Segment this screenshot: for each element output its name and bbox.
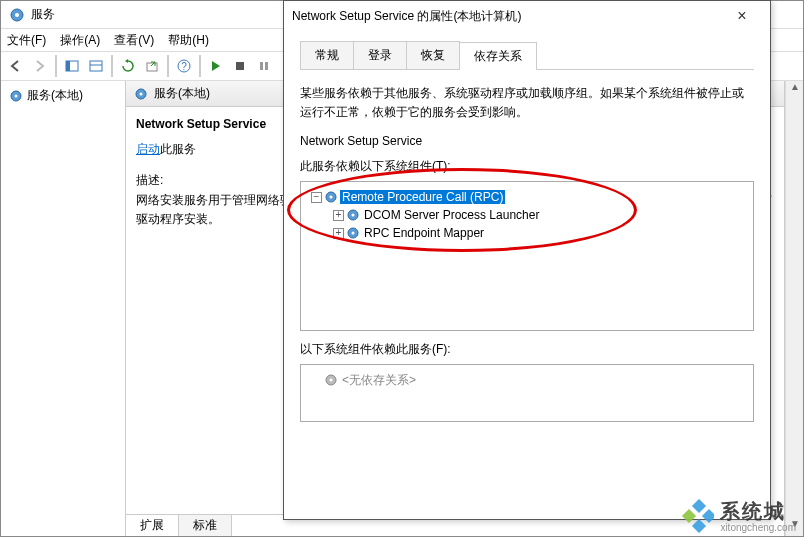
depended-by-section: 以下系统组件依赖此服务(F): <无依存关系> — [300, 341, 754, 422]
service-name-label: Network Setup Service — [300, 134, 754, 148]
properties-dialog: Network Setup Service 的属性(本地计算机) × 常规 登录… — [283, 0, 771, 520]
dialog-body: 常规 登录 恢复 依存关系 某些服务依赖于其他服务、系统驱动程序或加载顺序组。如… — [284, 31, 770, 519]
expand-icon[interactable]: + — [333, 210, 344, 221]
start-service-button[interactable] — [205, 55, 227, 77]
watermark-logo-icon — [680, 499, 714, 533]
svg-rect-27 — [682, 509, 696, 523]
svg-point-1 — [15, 13, 19, 17]
dialog-titlebar: Network Setup Service 的属性(本地计算机) × — [284, 1, 770, 31]
details-button[interactable] — [85, 55, 107, 77]
watermark: 系统城 xitongcheng.com — [680, 499, 796, 533]
menu-action[interactable]: 操作(A) — [60, 32, 100, 49]
refresh-button[interactable] — [117, 55, 139, 77]
services-app-icon — [9, 7, 25, 23]
center-header-label: 服务(本地) — [154, 85, 210, 102]
svg-rect-10 — [260, 62, 263, 70]
gear-icon — [134, 87, 148, 101]
tree-item-dcom[interactable]: + DCOM Server Process Launcher — [305, 206, 749, 224]
depends-on-label: 此服务依赖以下系统组件(T): — [300, 158, 754, 175]
watermark-text: 系统城 xitongcheng.com — [720, 500, 796, 533]
svg-point-25 — [330, 379, 333, 382]
svg-point-21 — [352, 214, 355, 217]
svg-rect-28 — [692, 519, 706, 533]
tree-item-label: DCOM Server Process Launcher — [362, 208, 541, 222]
tab-standard[interactable]: 标准 — [179, 515, 232, 536]
toolbar-separator — [199, 55, 201, 77]
svg-rect-9 — [236, 62, 244, 70]
svg-point-15 — [15, 94, 18, 97]
close-button[interactable]: × — [722, 2, 762, 30]
watermark-sub: xitongcheng.com — [720, 522, 796, 533]
start-service-suffix: 此服务 — [160, 142, 196, 156]
menu-view[interactable]: 查看(V) — [114, 32, 154, 49]
tab-logon[interactable]: 登录 — [353, 41, 407, 69]
svg-point-23 — [352, 232, 355, 235]
show-hide-tree-button[interactable] — [61, 55, 83, 77]
depends-on-section: 此服务依赖以下系统组件(T): − Remote Procedure Call … — [300, 158, 754, 331]
svg-point-19 — [330, 196, 333, 199]
depends-on-tree[interactable]: − Remote Procedure Call (RPC) + DCOM Ser… — [300, 181, 754, 331]
pause-service-button[interactable] — [253, 55, 275, 77]
depended-by-tree[interactable]: <无依存关系> — [300, 364, 754, 422]
toolbar-separator — [55, 55, 57, 77]
tree-item-rpc-endpoint[interactable]: + RPC Endpoint Mapper — [305, 224, 749, 242]
back-button[interactable] — [5, 55, 27, 77]
tree-item-rpc[interactable]: − Remote Procedure Call (RPC) — [305, 188, 749, 206]
dialog-tabs: 常规 登录 恢复 依存关系 — [300, 41, 754, 70]
main-title: 服务 — [31, 6, 55, 23]
tree-item-label: RPC Endpoint Mapper — [362, 226, 486, 240]
svg-rect-3 — [66, 61, 70, 71]
depended-by-label: 以下系统组件依赖此服务(F): — [300, 341, 754, 358]
help-button[interactable]: ? — [173, 55, 195, 77]
svg-rect-26 — [692, 499, 706, 513]
dialog-title: Network Setup Service 的属性(本地计算机) — [292, 8, 722, 25]
menu-file[interactable]: 文件(F) — [7, 32, 46, 49]
gear-icon — [346, 208, 360, 222]
collapse-icon[interactable]: − — [311, 192, 322, 203]
toolbar-separator — [111, 55, 113, 77]
menu-help[interactable]: 帮助(H) — [168, 32, 209, 49]
svg-rect-29 — [702, 509, 714, 523]
vertical-scrollbar[interactable]: ▲ ▼ — [785, 81, 803, 536]
svg-text:?: ? — [181, 61, 187, 72]
svg-rect-11 — [265, 62, 268, 70]
gear-icon — [9, 89, 23, 103]
gear-icon — [346, 226, 360, 240]
tree-node-services-local[interactable]: 服务(本地) — [7, 85, 119, 106]
tab-recovery[interactable]: 恢复 — [406, 41, 460, 69]
left-tree-pane: 服务(本地) — [1, 81, 126, 536]
tab-general[interactable]: 常规 — [300, 41, 354, 69]
export-button[interactable] — [141, 55, 163, 77]
tree-item-none: <无依存关系> — [305, 371, 749, 389]
gear-icon — [324, 190, 338, 204]
svg-point-17 — [140, 92, 143, 95]
tree-node-label: 服务(本地) — [27, 87, 83, 104]
tab-extended[interactable]: 扩展 — [126, 515, 179, 536]
tree-item-label: Remote Procedure Call (RPC) — [340, 190, 505, 204]
watermark-main: 系统城 — [720, 500, 796, 522]
svg-rect-4 — [90, 61, 102, 71]
expand-icon[interactable]: + — [333, 228, 344, 239]
forward-button[interactable] — [29, 55, 51, 77]
scroll-up-icon[interactable]: ▲ — [786, 81, 804, 99]
dependencies-info-text: 某些服务依赖于其他服务、系统驱动程序或加载顺序组。如果某个系统组件被停止或运行不… — [300, 84, 754, 122]
start-service-link[interactable]: 启动 — [136, 142, 160, 156]
toolbar-separator — [167, 55, 169, 77]
stop-service-button[interactable] — [229, 55, 251, 77]
gear-icon — [324, 373, 338, 387]
tab-dependencies[interactable]: 依存关系 — [459, 42, 537, 70]
tree-item-label: <无依存关系> — [340, 372, 418, 389]
